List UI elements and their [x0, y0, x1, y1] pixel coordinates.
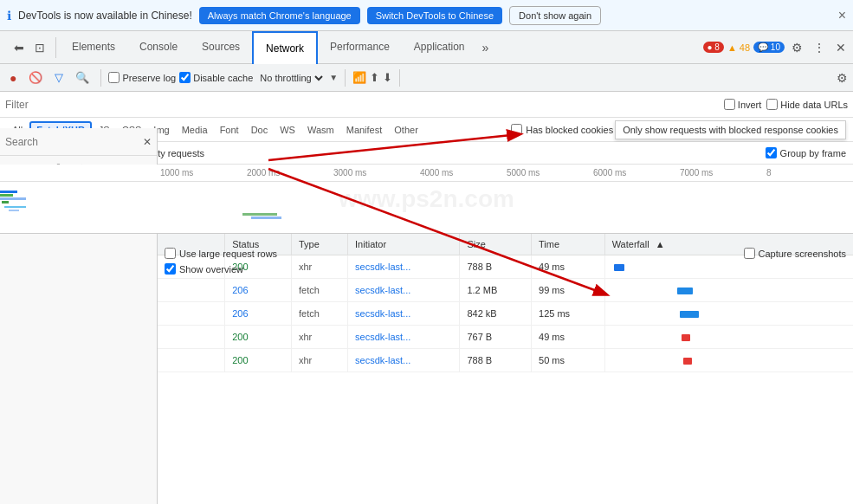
- cell-size: 1.2 MB: [460, 279, 532, 302]
- type-ws-button[interactable]: WS: [275, 123, 300, 137]
- tick-6: 6000 ms: [593, 168, 680, 178]
- cell-size: 767 B: [460, 326, 532, 349]
- message-badge[interactable]: 💬 10: [753, 42, 785, 53]
- cell-size: 788 B: [460, 255, 532, 279]
- type-manifest-button[interactable]: Manifest: [341, 123, 388, 137]
- tick-4: 4000 ms: [420, 168, 507, 178]
- has-blocked-cookies-label: Has blocked cookies: [526, 125, 613, 135]
- cell-initiator[interactable]: secsdk-last...: [348, 279, 460, 302]
- info-text: DevTools is now available in Chinese!: [18, 10, 192, 22]
- tab-elements[interactable]: Elements: [60, 31, 127, 64]
- cell-time: 50 ms: [532, 349, 605, 372]
- cell-status: 200: [225, 326, 292, 349]
- filter-input[interactable]: [5, 99, 719, 111]
- close-devtools-icon[interactable]: ✕: [832, 37, 850, 58]
- large-rows-label[interactable]: Use large request rows: [165, 248, 277, 259]
- search-network-button[interactable]: 🔍: [71, 68, 94, 87]
- tab-performance[interactable]: Performance: [318, 31, 402, 64]
- th-type[interactable]: Type: [291, 234, 347, 255]
- clear-button[interactable]: 🚫: [24, 68, 47, 87]
- cell-initiator[interactable]: secsdk-last...: [348, 302, 460, 326]
- hide-data-urls-label[interactable]: Hide data URLs: [766, 99, 848, 110]
- toolbar-settings-icon[interactable]: ⚙: [837, 71, 848, 85]
- throttle-select[interactable]: No throttling: [256, 72, 326, 84]
- cell-time: 49 ms: [532, 326, 605, 349]
- cell-initiator[interactable]: secsdk-last...: [348, 349, 460, 372]
- wifi-icon[interactable]: 📶: [352, 71, 366, 84]
- group-by-frame-label[interactable]: Group by frame: [766, 147, 846, 158]
- content-area: ✕ Aa .* ↻ ⊘ Sean ● 🚫 ▽ 🔍 Preserve log: [0, 64, 853, 504]
- hide-data-urls-checkbox[interactable]: [766, 99, 778, 110]
- tick-7: 7000 ms: [680, 168, 766, 178]
- th-time[interactable]: Time: [532, 234, 605, 255]
- group-by-frame-checkbox[interactable]: [766, 147, 777, 158]
- network-toolbar: ● 🚫 ▽ 🔍 Preserve log Disable cache No th…: [0, 64, 853, 92]
- toolbar-separator: [100, 69, 101, 87]
- search-close-icon[interactable]: ✕: [143, 136, 152, 148]
- more-tabs-button[interactable]: »: [477, 41, 494, 55]
- settings-icon[interactable]: ⚙: [788, 37, 806, 58]
- throttle-arrow-icon: ▼: [329, 73, 338, 82]
- tab-bar: ⬅ ⊡ Elements Console Sources Network Per…: [0, 31, 853, 64]
- cell-time: 99 ms: [532, 279, 605, 302]
- cell-waterfall: [604, 279, 853, 302]
- upload-icon[interactable]: ⬆: [370, 71, 379, 84]
- tab-right-icons: ● 8 ▲ 48 💬 10 ⚙ ⋮ ✕: [703, 37, 850, 58]
- timeline-ruler: 1000 ms 2000 ms 3000 ms 4000 ms 5000 ms …: [0, 165, 853, 182]
- cell-type: xhr: [291, 349, 347, 372]
- search-input[interactable]: [5, 136, 139, 148]
- type-other-button[interactable]: Other: [389, 123, 423, 137]
- match-language-button[interactable]: Always match Chrome's language: [199, 7, 360, 24]
- capture-screenshots-label[interactable]: Capture screenshots: [744, 248, 847, 259]
- tab-network[interactable]: Network: [252, 31, 318, 64]
- warning-badge[interactable]: ▲ 48: [727, 42, 750, 53]
- invert-checkbox[interactable]: [724, 99, 735, 110]
- type-font-button[interactable]: Font: [215, 123, 244, 137]
- preserve-log-checkbox[interactable]: [108, 72, 120, 83]
- show-overview-label[interactable]: Show overview: [165, 263, 243, 275]
- info-bar-close-button[interactable]: ×: [838, 8, 846, 23]
- cell-time: 49 ms: [532, 255, 605, 279]
- error-badge[interactable]: ● 8: [703, 42, 724, 53]
- blocked-cookies-tooltip: Only show requests with blocked response…: [615, 120, 846, 139]
- tab-application[interactable]: Application: [402, 31, 477, 64]
- record-button[interactable]: ●: [5, 68, 21, 87]
- nav-icons: ⬅ ⊡: [3, 37, 56, 58]
- th-initiator[interactable]: Initiator: [348, 234, 460, 255]
- disable-cache-checkbox[interactable]: [179, 72, 191, 83]
- tab-sources[interactable]: Sources: [190, 31, 252, 64]
- filter-bar: Invert Hide data URLs: [0, 92, 853, 118]
- switch-chinese-button[interactable]: Switch DevTools to Chinese: [367, 7, 502, 24]
- more-options-icon[interactable]: ⋮: [810, 37, 829, 58]
- type-doc-button[interactable]: Doc: [246, 123, 274, 137]
- large-rows-checkbox[interactable]: [165, 248, 176, 259]
- invert-label[interactable]: Invert: [724, 99, 762, 110]
- capture-screenshots-checkbox[interactable]: [744, 248, 755, 259]
- tick-1: 1000 ms: [160, 168, 247, 178]
- blocked-cookies-container: Has blocked cookies: [511, 124, 613, 135]
- preserve-log-label[interactable]: Preserve log: [108, 72, 176, 83]
- download-icon[interactable]: ⬇: [383, 71, 392, 84]
- toolbar-separator-3: [399, 69, 400, 87]
- cell-waterfall: [604, 326, 853, 349]
- disable-cache-label[interactable]: Disable cache: [179, 72, 253, 83]
- info-bar: ℹ DevTools is now available in Chinese! …: [0, 0, 853, 31]
- cell-initiator[interactable]: secsdk-last...: [348, 326, 460, 349]
- cell-initiator[interactable]: secsdk-last...: [348, 255, 460, 279]
- cell-type: fetch: [291, 279, 347, 302]
- back-icon[interactable]: ⬅: [10, 37, 28, 58]
- filter-button[interactable]: ▽: [50, 68, 68, 87]
- type-wasm-button[interactable]: Wasm: [302, 123, 339, 137]
- th-size[interactable]: Size: [460, 234, 532, 255]
- show-overview-checkbox[interactable]: [165, 263, 176, 275]
- dock-icon[interactable]: ⊡: [31, 37, 48, 58]
- timeline-area: 1000 ms 2000 ms 3000 ms 4000 ms 5000 ms …: [0, 165, 853, 234]
- dont-show-again-button[interactable]: Don't show again: [509, 6, 601, 25]
- type-media-button[interactable]: Media: [177, 123, 213, 137]
- tab-console[interactable]: Console: [127, 31, 190, 64]
- cell-status: 206: [225, 302, 292, 326]
- cell-waterfall: [604, 349, 853, 372]
- sort-arrow-icon: ▲: [656, 239, 665, 249]
- has-blocked-cookies-checkbox[interactable]: [511, 124, 522, 135]
- cell-waterfall: [604, 302, 853, 326]
